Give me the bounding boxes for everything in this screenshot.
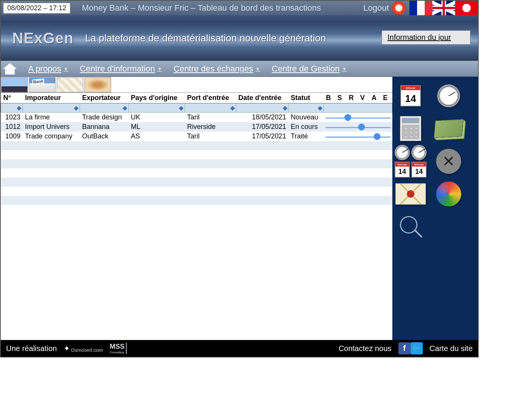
cell-date: 18/05/2021 (236, 113, 288, 122)
home-icon[interactable] (3, 63, 17, 75)
top-bar: 08/08/2022 – 17:12 Money Bank – Monsieur… (1, 1, 478, 15)
cell-exporter: OutBack (80, 132, 129, 141)
col-origin[interactable]: Pays d'origine (129, 93, 185, 103)
mss-logo[interactable]: MSSConsulting (110, 343, 127, 354)
filter-origin[interactable]: ◆ (129, 103, 185, 113)
sort-icon[interactable]: ◆ (283, 104, 287, 111)
thumb-shipping-icon[interactable] (1, 77, 28, 92)
datetime-display: 08/08/2022 – 17:12 (3, 3, 70, 14)
empty-row (1, 178, 392, 187)
progress-slider[interactable] (324, 122, 392, 132)
col-num[interactable]: N° (1, 93, 23, 103)
filter-importer[interactable]: ◆ (23, 103, 80, 113)
calculator-icon[interactable] (395, 115, 426, 142)
col-importer[interactable]: Imporateur (23, 93, 80, 103)
tool-sidebar (392, 77, 478, 340)
col-b[interactable]: B (324, 93, 335, 103)
cell-exporter: Trade design (80, 113, 129, 122)
schedule-icon[interactable] (395, 148, 426, 175)
brand-logo: NExGen (12, 30, 74, 47)
col-r[interactable]: R (347, 93, 358, 103)
twitter-icon[interactable]: 🐦 (411, 342, 423, 354)
sort-icon[interactable]: ◆ (179, 104, 183, 111)
cell-status: En cours (288, 122, 324, 132)
main-nav: A propos Centre d'information Centre des… (1, 61, 478, 77)
sort-icon[interactable]: ◆ (318, 104, 322, 111)
col-entry-date[interactable]: Date d'entrée (236, 93, 288, 103)
filter-num[interactable]: ◆ (1, 103, 23, 113)
cell-importer: Trade company (23, 132, 80, 141)
table-row[interactable]: 1023La firmeTrade designUKTaril18/05/202… (1, 113, 392, 122)
tagline: La plateforme de dématérialisation nouve… (85, 32, 326, 44)
empty-row (1, 187, 392, 196)
globe-icon[interactable] (433, 180, 464, 208)
compass-icon[interactable] (433, 148, 464, 175)
osmose-logo[interactable]: OsmoseIt.com (64, 344, 103, 353)
col-a[interactable]: A (370, 93, 381, 103)
progress-slider[interactable] (324, 132, 392, 141)
filter-progress[interactable] (324, 103, 392, 113)
empty-row (1, 150, 392, 159)
nav-exchange-center[interactable]: Centre des échanges (174, 64, 260, 74)
facebook-icon[interactable]: f (398, 342, 411, 354)
cell-num: 1012 (1, 122, 23, 132)
empty-row (1, 141, 392, 150)
filter-exporter[interactable]: ◆ (80, 103, 129, 113)
table-row[interactable]: 1012Import UniversBannanaMLRiverside17/0… (1, 122, 392, 132)
table-filter-row: ◆ ◆ ◆ ◆ ◆ ◆ ◆ (1, 103, 392, 113)
nav-info-center[interactable]: Centre d'information (80, 64, 162, 74)
flag-uk-icon[interactable] (432, 1, 455, 15)
search-icon[interactable] (395, 213, 426, 240)
flag-tunisia-icon[interactable] (455, 1, 478, 15)
thumb-goods-icon[interactable] (84, 77, 111, 92)
col-v[interactable]: V (358, 93, 370, 103)
col-s[interactable]: S (335, 93, 347, 103)
col-e[interactable]: E (381, 93, 392, 103)
cell-port: Taril (185, 132, 236, 141)
empty-row (1, 168, 392, 178)
col-exporter[interactable]: Exportateur (80, 93, 129, 103)
flag-france-icon[interactable] (409, 1, 432, 15)
filter-status[interactable]: ◆ (288, 103, 324, 113)
table-row[interactable]: 1009Trade companyOutBackASTaril17/05/202… (1, 132, 392, 141)
made-by-label: Une réalisation (6, 344, 57, 353)
help-icon[interactable] (392, 1, 406, 15)
transactions-table: N° Imporateur Exportateur Pays d'origine… (1, 93, 392, 205)
col-status[interactable]: Statut (288, 93, 324, 103)
sort-icon[interactable]: ◆ (230, 104, 235, 111)
money-icon[interactable] (433, 115, 464, 142)
filter-port[interactable]: ◆ (185, 103, 236, 113)
empty-row (1, 196, 392, 205)
info-of-day-button[interactable]: Information du jour (382, 30, 470, 44)
filter-date[interactable]: ◆ (236, 103, 288, 113)
category-thumbnails (1, 77, 392, 93)
mail-icon[interactable] (395, 180, 426, 208)
cell-port: Riverside (185, 122, 236, 132)
cell-num: 1009 (1, 132, 23, 141)
sort-icon[interactable]: ◆ (17, 104, 21, 111)
table-header-row: N° Imporateur Exportateur Pays d'origine… (1, 93, 392, 103)
cell-status: Traité (288, 132, 324, 141)
cell-origin: AS (129, 132, 185, 141)
contact-link[interactable]: Contactez nous (339, 344, 392, 353)
cell-status: Nouveau (288, 113, 324, 122)
col-port[interactable]: Port d'entrée (185, 93, 236, 103)
sitemap-link[interactable]: Carte du site (430, 344, 473, 353)
calendar-icon[interactable] (395, 82, 426, 110)
thumb-bank-icon[interactable] (29, 77, 56, 92)
cell-importer: Import Univers (23, 122, 80, 132)
cell-date: 17/05/2021 (236, 122, 288, 132)
page-title: Money Bank – Monsieur Fric – Tableau de … (70, 3, 363, 13)
nav-management-center[interactable]: Centre de Gestion (272, 64, 347, 74)
cell-port: Taril (185, 113, 236, 122)
main-panel: N° Imporateur Exportateur Pays d'origine… (1, 77, 392, 340)
sort-icon[interactable]: ◆ (123, 104, 127, 111)
cell-date: 17/05/2021 (236, 132, 288, 141)
footer: Une réalisation OsmoseIt.com MSSConsulti… (1, 340, 478, 357)
nav-about[interactable]: A propos (28, 64, 68, 74)
logout-link[interactable]: Logout (363, 3, 392, 13)
progress-slider[interactable] (324, 113, 392, 122)
sort-icon[interactable]: ◆ (74, 104, 78, 111)
clock-icon[interactable] (433, 82, 464, 110)
thumb-tiles-icon[interactable] (57, 77, 83, 92)
